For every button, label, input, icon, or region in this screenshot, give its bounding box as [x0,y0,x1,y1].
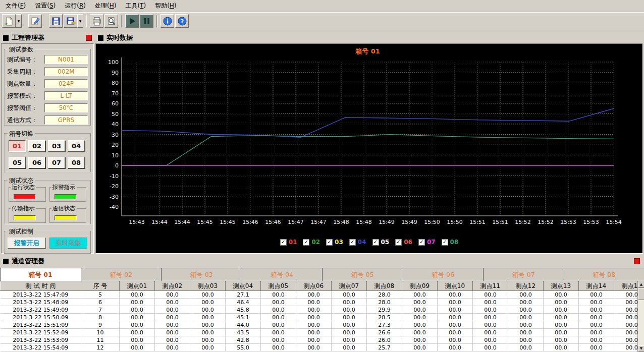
box-button-08[interactable]: 08 [68,157,85,168]
save-button[interactable] [49,14,63,28]
param-value-field[interactable]: N001 [44,55,88,64]
table-cell: 00.0 [190,299,226,306]
menu-item-5[interactable]: 帮助(H) [150,0,181,12]
menu-item-3[interactable]: 处理(H) [90,0,121,12]
status-led-bar [55,194,77,199]
table-row[interactable]: 2013-3-22 15:48:09600.000.000.046.400.00… [1,299,638,306]
table-row[interactable]: 2013-3-22 15:50:09800.000.000.045.100.00… [1,314,638,321]
save-export-icon [66,16,76,26]
channel-checkbox-05[interactable]: ✓ [372,239,379,246]
save-export-button[interactable] [64,14,77,28]
table-row[interactable]: 2013-3-22 15:49:09700.000.000.045.800.00… [1,306,638,314]
y-tick-label: 30 [112,132,119,138]
column-header: 测点12 [508,282,544,291]
table-cell: 25.7 [367,344,402,351]
column-header: 测点01 [120,282,155,291]
table-cell-seq: 5 [81,291,120,299]
table-cell: 00.0 [579,291,614,299]
table-row[interactable]: 2013-3-22 15:47:09500.000.000.027.100.00… [1,291,638,299]
table-cell: 00.0 [261,314,296,321]
x-tick-label: 15:53 [560,219,576,225]
table-cell: 00.0 [508,321,544,329]
help-button[interactable]: ? [175,14,189,28]
param-value-field[interactable]: GPRS [44,115,88,125]
box-button-02[interactable]: 02 [28,140,45,152]
table-cell: 00.0 [155,344,190,351]
channel-checkbox-04[interactable]: ✓ [349,239,356,246]
box-button-06[interactable]: 06 [28,157,45,168]
column-header: 测点06 [296,282,332,291]
column-header: 测点13 [544,282,579,291]
x-tick-label: 15:44 [151,219,168,225]
new-page-button[interactable] [2,14,16,28]
param-value-field[interactable]: 024P [44,79,88,88]
channel-checkbox-08[interactable]: ✓ [442,239,448,246]
menu-item-text: ) [143,2,146,9]
x-tick-label: 15:47 [288,219,304,225]
menu-item-2[interactable]: 运行(R) [60,0,90,12]
param-value-field[interactable]: 50℃ [44,103,88,112]
preview-button[interactable] [104,14,118,28]
edit-button[interactable] [28,14,42,28]
channel-checkbox-06[interactable]: ✓ [395,239,402,246]
tab-box-8[interactable]: 箱号 08 [564,268,644,281]
realtime-chart-panel: 箱号 011009080706050403020100-10-20-30-401… [95,43,643,254]
table-row[interactable]: 2013-3-22 15:54:091200.000.000.055.000.0… [1,344,638,351]
menu-item-1[interactable]: 设置(S) [30,0,60,12]
tab-box-3[interactable]: 箱号 03 [161,268,242,281]
param-value-field[interactable]: 002M [44,67,88,76]
channel-checkbox-03[interactable]: ✓ [326,239,333,246]
param-label: 报警阀值： [7,104,44,112]
tab-box-6[interactable]: 箱号 06 [403,268,484,281]
vertical-scrollbar[interactable]: ▲ ▼ [637,281,644,352]
column-header: 测点11 [473,282,508,291]
menu-item-0[interactable]: 文件(F) [1,0,30,12]
tab-box-7[interactable]: 箱号 07 [483,268,564,281]
table-cell-time: 2013-3-22 15:47:09 [1,291,81,299]
table-cell: 00.0 [473,314,508,321]
table-cell: 00.0 [438,299,473,306]
play-button[interactable] [125,14,139,28]
box-button-07[interactable]: 07 [48,157,65,168]
pause-button[interactable] [140,14,153,28]
box-button-04[interactable]: 04 [68,140,85,152]
table-row[interactable]: 2013-3-22 15:52:091000.000.000.043.500.0… [1,329,638,336]
control-button-0[interactable]: 报警开启 [8,238,46,249]
table-cell: 00.0 [438,306,473,314]
param-row: 采集周期：002M [5,66,90,78]
scroll-up-button[interactable]: ▲ [638,281,644,288]
param-value-field[interactable]: L-LT [44,91,88,100]
box-button-03[interactable]: 03 [48,140,65,152]
menu-item-4[interactable]: 工具(T) [121,0,150,12]
dropdown-caret-icon[interactable]: ▼ [77,14,83,28]
test-params-group-title: 测试参数 [8,45,35,54]
tab-box-1[interactable]: 箱号 01 [0,268,81,281]
table-cell: 00.0 [155,314,190,321]
table-cell: 00.0 [190,321,226,329]
scrollbar-thumb[interactable] [638,288,644,300]
dropdown-caret-icon[interactable]: ▼ [16,14,22,28]
box-button-05[interactable]: 05 [9,157,26,168]
table-row[interactable]: 2013-3-22 15:51:09900.000.000.044.000.00… [1,321,638,329]
tab-box-5[interactable]: 箱号 05 [322,268,403,281]
box-button-01[interactable]: 01 [9,140,26,152]
table-row[interactable]: 2013-3-22 15:53:091100.000.000.042.800.0… [1,336,638,344]
series-line-08 [122,135,614,165]
channel-checkbox-07[interactable]: ✓ [418,239,425,246]
scroll-down-button[interactable]: ▼ [638,345,644,352]
legend-item-08: ✓08 [442,239,459,246]
tab-box-2[interactable]: 箱号 02 [81,268,162,281]
column-header: 测点08 [367,282,402,291]
param-label: 报警模式： [7,92,44,100]
table-cell: 00.0 [473,291,508,299]
info-button[interactable] [160,14,174,28]
x-tick-label: 15:54 [606,219,622,225]
table-cell: 00.0 [296,314,332,321]
channel-checkbox-01[interactable]: ✓ [280,239,287,246]
channel-checkbox-02[interactable]: ✓ [303,239,309,246]
print-button[interactable] [90,14,103,28]
box-switch-group: 箱号切换 0102030405060708 [4,133,91,172]
tab-box-4[interactable]: 箱号 04 [242,268,323,281]
param-label: 测试编号： [7,55,44,64]
table-cell: 45.8 [226,306,261,314]
